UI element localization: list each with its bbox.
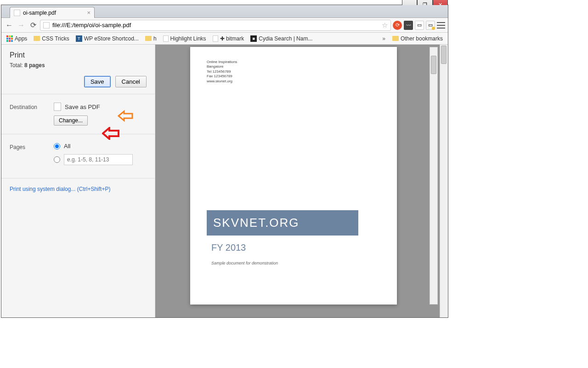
bookmark-item[interactable]: ■Cydia Search | Nam... [248,34,315,43]
page-icon [163,35,169,42]
bookmark-label: Other bookmarks [401,35,443,42]
content-area: Print Total: 8 pages Save Cancel Destina… [1,45,448,317]
bookmark-label: CSS Tricks [42,35,69,42]
change-destination-button[interactable]: Change... [54,115,88,126]
print-title: Print [10,51,147,59]
folder-icon [145,36,152,41]
total-label: Total: [10,62,24,69]
tab-title: oi-sample.pdf [23,10,56,16]
pages-range-radio[interactable] [54,156,60,163]
window-scrollbar[interactable] [440,45,448,317]
bookmark-folder[interactable]: h [143,34,159,43]
page-icon [43,22,50,29]
page-preview: Online Inspirations Bangalore Tel 123456… [190,47,397,305]
url-text: file:///E:/temp/oi/oi-sample.pdf [52,22,131,29]
page-subtitle: FY 2013 [211,242,246,253]
url-bar[interactable]: file:///E:/temp/oi/oi-sample.pdf ☆ [40,20,391,31]
print-preview: Online Inspirations Bangalore Tel 123456… [155,45,448,317]
bookmark-item[interactable]: Highlight Links [161,34,209,43]
extension-icon-3[interactable]: ▭ [426,21,435,30]
orange-arrow-annotation [118,110,133,122]
save-button[interactable]: Save [84,76,111,87]
apps-label: Apps [15,35,27,42]
bookmark-label: Cydia Search | Nam... [259,35,312,42]
header-line: Bangalore [207,64,380,69]
folder-icon [34,36,40,41]
bookmark-label: WP eStore Shortcod... [84,35,139,42]
red-arrow-annotation [102,127,119,140]
apps-icon [6,35,13,42]
extension-icon-2[interactable]: ▭ [415,21,424,30]
desktop: — ❐ ✕ oi-sample.pdf × ← → ⟳ file:///E:/t… [0,0,588,368]
folder-icon [392,36,399,41]
bookmark-label: Highlight Links [170,35,206,42]
pages-label: Pages [10,143,45,150]
pages-range-input[interactable] [64,154,133,165]
header-line: Tel 123456789 [207,69,380,74]
back-button[interactable]: ← [4,20,14,30]
bookmark-item[interactable]: TWP eStore Shortcod... [74,34,141,43]
header-line: www.skvnet.org [207,79,380,84]
notification-dot-icon [432,27,435,30]
bookmarks-overflow-icon[interactable]: » [379,35,388,42]
print-panel: Print Total: 8 pages Save Cancel Destina… [1,45,155,317]
bookmark-label: ✚ bitmark [220,35,244,42]
pages-all-radio[interactable] [54,143,60,150]
pages-all-label: All [64,143,70,150]
header-line: Fax 123456789 [207,74,380,79]
page-icon [213,35,218,42]
page-description: Sample document for demonstration [211,261,278,265]
apps-shortcut[interactable]: Apps [4,34,29,43]
destination-value: Save as PDF [65,104,100,110]
total-value: 8 pages [24,62,45,69]
bookmark-star-icon[interactable]: ☆ [382,21,388,29]
print-total: Total: 8 pages [10,62,147,69]
tab-close-icon[interactable]: × [87,9,90,16]
hamburger-menu-icon[interactable] [437,22,445,29]
wp-icon: T [76,35,82,42]
preview-scrollbar[interactable] [430,47,438,305]
header-line: Online Inspirations [207,60,380,64]
cydia-icon: ■ [250,35,257,42]
scrollbar-thumb[interactable] [441,46,447,64]
bookmarks-bar: Apps CSS Tricks TWP eStore Shortcod... h… [1,33,448,45]
destination-label: Destination [10,103,45,110]
browser-tab[interactable]: oi-sample.pdf × [10,7,95,18]
chrome-window: — ❐ ✕ oi-sample.pdf × ← → ⟳ file:///E:/t… [1,5,448,318]
system-dialog-link[interactable]: Print using system dialog... (Ctrl+Shift… [1,178,155,200]
bookmark-item[interactable]: ✚ bitmark [210,34,247,43]
bookmark-label: h [153,35,157,42]
toolbar: ← → ⟳ file:///E:/temp/oi/oi-sample.pdf ☆… [1,18,448,33]
reload-button[interactable]: ⟳ [28,20,38,30]
tab-strip: oi-sample.pdf × [1,5,448,18]
page-banner: SKVNET.ORG [207,210,358,236]
scrollbar-thumb[interactable] [431,56,436,74]
pdf-icon [54,103,61,111]
other-bookmarks[interactable]: Other bookmarks [390,34,445,43]
forward-button[interactable]: → [16,20,26,30]
document-icon [14,10,20,16]
cancel-button[interactable]: Cancel [115,76,147,87]
bookmark-folder[interactable]: CSS Tricks [31,34,71,43]
extension-icon[interactable]: 〰 [404,21,413,30]
stumbleupon-icon[interactable]: ⟳ [393,21,402,30]
